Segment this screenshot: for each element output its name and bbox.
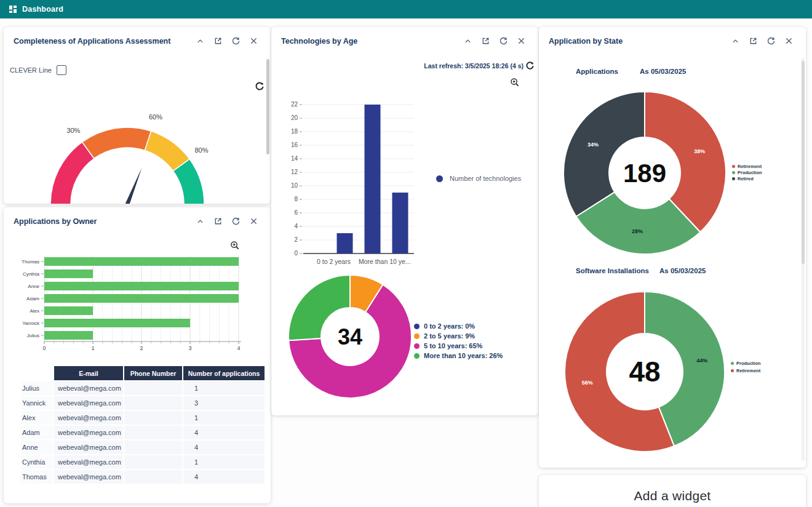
svg-text:18: 18: [291, 128, 298, 135]
magnifier-plus-icon[interactable]: [230, 241, 240, 250]
technologies-donut-chart: 34: [284, 270, 416, 403]
svg-text:48: 48: [629, 356, 660, 388]
table-cell-name: Yannick: [21, 396, 53, 410]
open-in-new-icon[interactable]: [213, 36, 223, 46]
installations-donut-chart: 44%56%48: [563, 290, 726, 453]
legend-label: More than 10 years: 26%: [424, 352, 503, 359]
close-icon[interactable]: [249, 36, 258, 46]
legend-dot: [414, 333, 420, 339]
widget-scrollbar[interactable]: [802, 61, 805, 264]
svg-text:12: 12: [291, 169, 298, 175]
dashboard-grid-icon: [9, 5, 17, 14]
close-icon[interactable]: [517, 36, 526, 46]
widget-technologies: Technologies by Age Last refresh: 3/5/20…: [271, 27, 538, 415]
widget-application-state: Application by State Applications As 05/…: [539, 27, 806, 468]
svg-text:34: 34: [338, 324, 362, 349]
section-label: Software Installations: [576, 267, 649, 274]
refresh-icon[interactable]: [499, 36, 508, 46]
svg-text:56%: 56%: [582, 380, 593, 386]
legend-item: Retirement: [731, 367, 761, 374]
svg-text:0: 0: [294, 250, 298, 257]
donut-legend: ProductionRetirement: [731, 359, 761, 374]
svg-text:0: 0: [42, 345, 46, 351]
chevron-up-icon[interactable]: [196, 217, 205, 226]
magnifier-plus-icon[interactable]: [510, 78, 520, 87]
widget-scrollbar[interactable]: [266, 59, 269, 154]
legend-item: 0 to 2 years: 0%: [414, 321, 503, 331]
chevron-up-icon[interactable]: [196, 36, 205, 46]
completeness-gauge-chart: 30%60%80%: [4, 89, 271, 204]
svg-text:38%: 38%: [694, 148, 705, 154]
legend-label: 5 to 10 years: 65%: [424, 342, 482, 349]
svg-text:16: 16: [291, 142, 298, 148]
legend-dot: [414, 324, 420, 329]
legend-label: Retired: [738, 176, 754, 182]
clever-line-checkbox[interactable]: [57, 65, 66, 75]
app-title: Dashboard: [22, 5, 63, 14]
widget-completeness: Completeness of Applications Assessment …: [4, 27, 271, 204]
table-row: Yannickwebeval@mega.com3: [21, 396, 265, 410]
legend-label: Number of technologies: [450, 175, 521, 182]
svg-text:30%: 30%: [66, 127, 80, 134]
table-cell-email: webeval@mega.com: [54, 455, 123, 469]
open-in-new-icon[interactable]: [481, 36, 490, 46]
svg-text:6: 6: [294, 209, 298, 216]
svg-text:0 to 2 years: 0 to 2 years: [317, 258, 351, 265]
legend-label: Retirement: [738, 164, 762, 169]
open-in-new-icon[interactable]: [749, 36, 758, 46]
legend-dot: [436, 175, 443, 182]
legend-dot: [732, 177, 735, 180]
table-cell-email: webeval@mega.com: [54, 470, 123, 484]
svg-text:Adam: Adam: [26, 296, 39, 301]
close-icon[interactable]: [784, 36, 794, 46]
legend-label: 0 to 2 years: 0%: [424, 322, 475, 330]
legend-label: 2 to 5 years: 9%: [424, 332, 475, 340]
legend-dot: [732, 165, 735, 168]
svg-text:20: 20: [291, 114, 298, 121]
svg-text:44%: 44%: [696, 357, 707, 364]
clever-line-label: CLEVER Line: [10, 66, 52, 74]
svg-text:8: 8: [294, 196, 298, 202]
owners-bar-chart: 01234ThomasCynthiaAnneAdamAlexYannickJul…: [14, 254, 266, 359]
widget-title: Applications by Owner: [14, 217, 97, 226]
chevron-up-icon[interactable]: [463, 36, 472, 46]
table-row: Thomaswebeval@mega.com4: [21, 470, 265, 484]
legend-dot: [732, 171, 735, 174]
refresh-circular-icon[interactable]: [525, 61, 535, 70]
legend-item: 2 to 5 years: 9%: [414, 331, 503, 341]
svg-text:10: 10: [291, 182, 298, 189]
table-cell-phone: [124, 381, 182, 395]
widget-title: Completeness of Applications Assessment: [14, 37, 170, 46]
table-cell-email: webeval@mega.com: [54, 411, 123, 425]
open-in-new-icon[interactable]: [213, 217, 223, 226]
refresh-icon[interactable]: [231, 36, 241, 46]
table-header: Phone Number: [124, 366, 182, 380]
legend-label: Production: [736, 361, 761, 366]
refresh-icon[interactable]: [231, 217, 241, 226]
svg-text:Yannick: Yannick: [22, 321, 40, 326]
chevron-up-icon[interactable]: [731, 36, 740, 46]
svg-text:Alex: Alex: [30, 308, 39, 314]
table-cell-phone: [124, 470, 182, 484]
table-row: Alexwebeval@mega.com1: [21, 411, 265, 425]
refresh-icon[interactable]: [766, 36, 776, 46]
section-date: As 05/03/2025: [659, 267, 706, 274]
legend-item: Retired: [732, 175, 762, 182]
svg-text:1: 1: [91, 345, 94, 351]
owners-table: E-mailPhone NumberNumber of applications…: [20, 365, 266, 485]
legend-dot: [414, 343, 420, 349]
svg-text:189: 189: [623, 159, 666, 188]
table-cell-count: 1: [183, 411, 265, 425]
table-cell-name: Anne: [21, 441, 53, 454]
table-header: E-mail: [54, 366, 123, 380]
close-icon[interactable]: [249, 217, 258, 226]
add-widget-card[interactable]: Add a widget: [539, 475, 806, 507]
section-date: As 05/03/2025: [640, 68, 686, 75]
widget-owners: Applications by Owner 01234ThomasCynthia…: [4, 207, 271, 503]
legend-dot: [731, 362, 734, 365]
add-widget-label: Add a widget: [539, 489, 806, 503]
table-header: Number of applications: [183, 366, 265, 380]
svg-text:Thomas: Thomas: [22, 259, 39, 265]
legend-dot: [731, 369, 734, 372]
svg-text:4: 4: [237, 345, 240, 351]
